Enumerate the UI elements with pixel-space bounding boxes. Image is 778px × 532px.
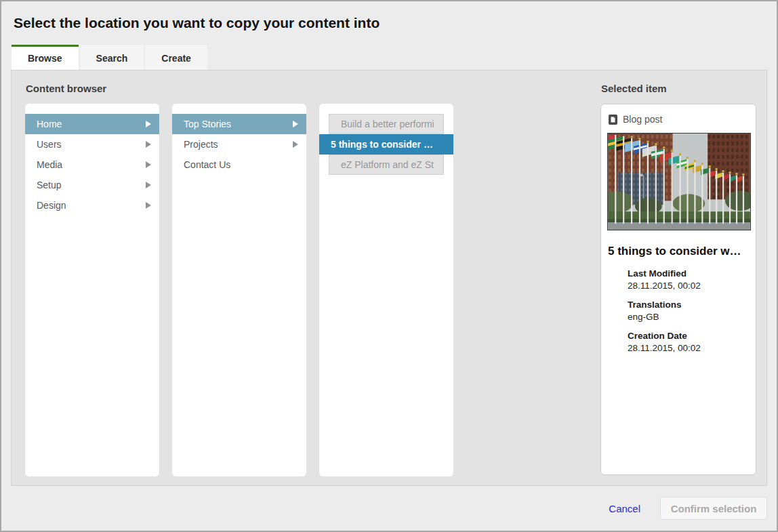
meta-label: Last Modified [628, 268, 750, 279]
blog-post-document-icon [609, 115, 617, 125]
tree-item-label: Projects [184, 139, 289, 150]
tree-item-design[interactable]: Design [25, 195, 159, 216]
page-title: Select the location you want to copy you… [1, 1, 777, 32]
tree-item-contact-us[interactable]: Contact Us [172, 155, 306, 175]
tree-item-label: 5 things to consider … [331, 139, 445, 150]
chevron-right-icon [146, 161, 151, 168]
meta-value: 28.11.2015, 00:02 [628, 281, 750, 291]
browser-column-2: Top Stories Projects Contact Us [172, 104, 306, 476]
tree-item-label: Users [37, 139, 142, 150]
tree-item-label: Setup [37, 180, 142, 190]
tree-item-label: Contact Us [184, 159, 298, 170]
meta-value: 28.11.2015, 00:02 [628, 343, 750, 353]
chevron-right-icon [293, 121, 298, 127]
copy-location-dialog: Select the location you want to copy you… [1, 1, 777, 531]
chevron-right-icon [146, 121, 151, 127]
tree-item-setup[interactable]: Setup [25, 175, 159, 195]
dialog-footer: Cancel Confirm selection [1, 486, 777, 531]
content-browser-panel: Content browser Home Users Media Setup [11, 70, 767, 486]
tree-item-media[interactable]: Media [25, 155, 159, 175]
tab-bar: Browse Search Create [1, 45, 777, 70]
chevron-right-icon [146, 202, 151, 209]
selected-item-pane: Selected item Blog post [600, 70, 756, 475]
chevron-right-icon [146, 182, 151, 188]
content-type-label: Blog post [623, 114, 662, 125]
tree-item-label: Home [37, 119, 142, 129]
selected-item-meta: Last Modified 28.11.2015, 00:02 Translat… [607, 268, 750, 353]
tab-browse[interactable]: Browse [12, 45, 79, 70]
tree-item-ez-platform[interactable]: eZ Platform and eZ St… [329, 155, 444, 175]
tab-search[interactable]: Search [80, 45, 144, 70]
tree-item-label: Media [37, 159, 142, 170]
meta-creation-date: Creation Date 28.11.2015, 00:02 [628, 331, 750, 353]
tab-create[interactable]: Create [145, 45, 207, 70]
meta-translations: Translations eng-GB [628, 300, 750, 322]
tree-item-label: eZ Platform and eZ St… [341, 159, 435, 170]
selected-item-heading: Selected item [601, 83, 756, 94]
confirm-selection-button[interactable]: Confirm selection [660, 497, 767, 520]
tree-item-top-stories[interactable]: Top Stories [172, 114, 306, 134]
selected-item-title: 5 things to consider w… [608, 245, 750, 258]
browser-column-3: Build a better performi… 5 things to con… [319, 104, 453, 476]
tree-item-label: Design [37, 200, 142, 211]
chevron-right-icon [293, 141, 298, 148]
tree-item-label: Build a better performi… [341, 119, 435, 129]
meta-label: Translations [628, 300, 750, 310]
selected-item-card: Blog post [600, 104, 756, 475]
cancel-link[interactable]: Cancel [609, 503, 640, 514]
chevron-right-icon [146, 141, 151, 148]
tree-item-users[interactable]: Users [25, 134, 159, 155]
flags-photo [607, 133, 751, 230]
tree-item-projects[interactable]: Projects [172, 134, 306, 155]
tree-item-home[interactable]: Home [25, 114, 159, 134]
meta-last-modified: Last Modified 28.11.2015, 00:02 [628, 268, 750, 291]
meta-label: Creation Date [628, 331, 750, 341]
browser-column-1: Home Users Media Setup Design [25, 104, 159, 476]
tree-item-5-things-selected[interactable]: 5 things to consider … [319, 134, 453, 155]
meta-value: eng-GB [628, 312, 750, 322]
content-type-row: Blog post [609, 114, 750, 125]
tree-item-label: Top Stories [184, 119, 289, 129]
tree-item-build-a-better[interactable]: Build a better performi… [329, 114, 444, 134]
